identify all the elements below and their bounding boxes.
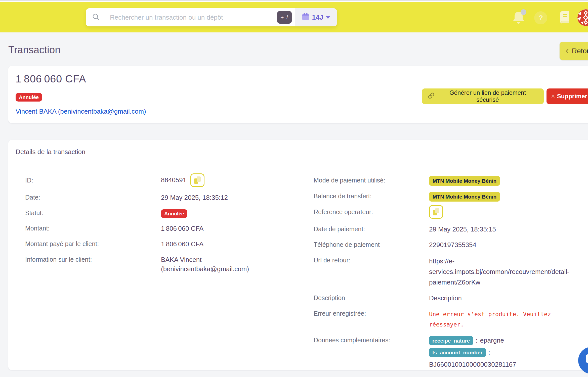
chat-bubble-icon bbox=[585, 353, 588, 367]
bell-icon bbox=[512, 21, 526, 26]
topbar: + / 14J bbox=[0, 2, 588, 32]
details-left-column: ID: 8840591 Date: 29 May 2025, 18:35:12 … bbox=[25, 176, 314, 375]
summary-actions: Générer un lien de paiement sécurisé × S… bbox=[422, 88, 588, 104]
back-button-label: Retour bbox=[572, 47, 588, 55]
book-icon bbox=[558, 20, 571, 25]
delete-button[interactable]: × Supprimer bbox=[547, 88, 588, 104]
detail-row-transfer-balance: Balance de transfert: MTN Mobile Money B… bbox=[314, 192, 588, 202]
link-icon bbox=[428, 92, 435, 101]
detail-label: Montant payé par le client: bbox=[25, 240, 161, 248]
detail-label: Statut: bbox=[25, 209, 161, 217]
metadata-value-text: BJ6600100100000030281167 bbox=[429, 360, 516, 369]
detail-label: Montant: bbox=[25, 224, 161, 232]
chevron-down-icon bbox=[326, 16, 330, 19]
detail-row-date: Date: 29 May 2025, 18:35:12 bbox=[25, 193, 314, 203]
detail-label: Description bbox=[314, 294, 429, 302]
detail-label: Téléphone de paiement bbox=[314, 240, 429, 248]
transaction-detail-page: + / 14J bbox=[0, 0, 588, 377]
transaction-amount: 1 806 060 CFA bbox=[16, 73, 86, 85]
metadata-value: receipe_nature : epargne ts_account_numb… bbox=[429, 336, 516, 369]
date-filter-value: 14J bbox=[312, 14, 323, 21]
status-badge: Annulée bbox=[161, 209, 187, 218]
question-mark-icon: ? bbox=[538, 14, 543, 22]
keyboard-shortcut-hint: + / bbox=[277, 11, 292, 24]
avatar[interactable] bbox=[577, 9, 588, 26]
transaction-summary-card: 1 806 060 CFA Annulée Vincent BAKA (beni… bbox=[8, 66, 588, 123]
page-title: Transaction bbox=[8, 44, 61, 56]
detail-label: Url de retour: bbox=[314, 256, 429, 264]
transaction-id-value: 8840591 bbox=[161, 175, 186, 185]
metadata-separator: : bbox=[488, 348, 490, 357]
detail-row-error: Erreur enregistrée: Une erreur s'est pro… bbox=[314, 309, 588, 330]
date-range-filter[interactable]: 14J bbox=[295, 8, 337, 26]
detail-value: 8840591 bbox=[161, 173, 272, 187]
customer-link[interactable]: Vincent BAKA (benivincentbaka@gmail.com) bbox=[16, 108, 146, 115]
detail-row-id: ID: 8840591 bbox=[25, 176, 314, 187]
detail-row-customer-info: Information sur le client: BAKA Vincent … bbox=[25, 255, 314, 274]
notifications-button[interactable] bbox=[512, 10, 526, 25]
copy-id-button[interactable] bbox=[190, 173, 204, 187]
detail-row-payment-date: Date de paiement: 29 May 2025, 18:35:15 bbox=[314, 225, 588, 234]
detail-value: 29 May 2025, 18:35:15 bbox=[429, 225, 496, 234]
detail-row-status: Statut: Annulée bbox=[25, 209, 314, 218]
status-badge: Annulée bbox=[16, 93, 42, 102]
back-button[interactable]: ‹ Retour bbox=[560, 42, 588, 60]
search-icon bbox=[92, 13, 100, 22]
detail-value: 1 806 060 CFA bbox=[161, 240, 272, 249]
detail-row-payment-phone: Téléphone de paiement 2290197355354 bbox=[314, 240, 588, 250]
detail-value: Description bbox=[429, 294, 462, 303]
detail-label: Reference operateur: bbox=[314, 208, 429, 216]
calendar-icon bbox=[302, 13, 310, 22]
details-card-title: Details de la transaction bbox=[8, 140, 588, 163]
metadata-key-badge: receipe_nature bbox=[429, 336, 473, 345]
detail-row-metadata: Donnees complementaires: receipe_nature … bbox=[314, 336, 588, 369]
generate-payment-link-label: Générer un lien de paiement sécurisé bbox=[437, 89, 538, 103]
detail-label: Donnees complementaires: bbox=[314, 336, 429, 344]
help-button[interactable]: ? bbox=[534, 11, 547, 24]
detail-row-description: Description Description bbox=[314, 294, 588, 303]
notification-dot bbox=[521, 9, 526, 15]
return-url-value: https://e-services.impots.bj/common/reco… bbox=[429, 256, 588, 288]
metadata-separator: : bbox=[476, 336, 477, 345]
metadata-value-text: epargne bbox=[480, 336, 504, 345]
payment-provider-badge: MTN Mobile Money Bénin bbox=[429, 192, 500, 202]
detail-value: 1 806 060 CFA bbox=[161, 224, 272, 233]
copy-reference-button[interactable] bbox=[429, 205, 443, 219]
detail-row-operator-reference: Reference operateur: bbox=[314, 208, 588, 219]
details-columns: ID: 8840591 Date: 29 May 2025, 18:35:12 … bbox=[8, 163, 588, 375]
detail-row-amount: Montant: 1 806 060 CFA bbox=[25, 224, 314, 233]
detail-label: Mode de paiement utilisé: bbox=[314, 176, 429, 184]
detail-label: Erreur enregistrée: bbox=[314, 309, 429, 317]
detail-label: ID: bbox=[25, 176, 161, 184]
detail-row-payment-mode: Mode de paiement utilisé: MTN Mobile Mon… bbox=[314, 176, 588, 186]
detail-label: Date: bbox=[25, 193, 161, 201]
generate-payment-link-button[interactable]: Générer un lien de paiement sécurisé bbox=[422, 88, 544, 104]
detail-label: Information sur le client: bbox=[25, 255, 161, 263]
search-input[interactable] bbox=[100, 8, 277, 26]
error-message: Une erreur s'est produite. Veuillez rées… bbox=[429, 309, 570, 330]
details-right-column: Mode de paiement utilisé: MTN Mobile Mon… bbox=[314, 176, 588, 375]
detail-row-amount-paid: Montant payé par le client: 1 806 060 CF… bbox=[25, 240, 314, 249]
search-bar: + / 14J bbox=[86, 8, 337, 26]
metadata-key-badge: ts_account_number bbox=[429, 348, 486, 357]
close-icon: × bbox=[551, 93, 555, 100]
chevron-left-icon: ‹ bbox=[566, 46, 569, 55]
detail-value: BAKA Vincent (benivincentbaka@gmail.com) bbox=[161, 255, 272, 274]
window-top-strip bbox=[0, 0, 588, 2]
detail-label: Balance de transfert: bbox=[314, 192, 429, 200]
detail-label: Date de paiement: bbox=[314, 225, 429, 233]
detail-row-return-url: Url de retour: https://e-services.impots… bbox=[314, 256, 588, 288]
transaction-details-card: Details de la transaction ID: 8840591 bbox=[8, 140, 588, 370]
delete-button-label: Supprimer bbox=[557, 93, 587, 100]
detail-value: 2290197355354 bbox=[429, 240, 476, 250]
detail-value: 29 May 2025, 18:35:12 bbox=[161, 193, 272, 203]
docs-button[interactable] bbox=[558, 11, 571, 24]
payment-provider-badge: MTN Mobile Money Bénin bbox=[429, 176, 500, 186]
